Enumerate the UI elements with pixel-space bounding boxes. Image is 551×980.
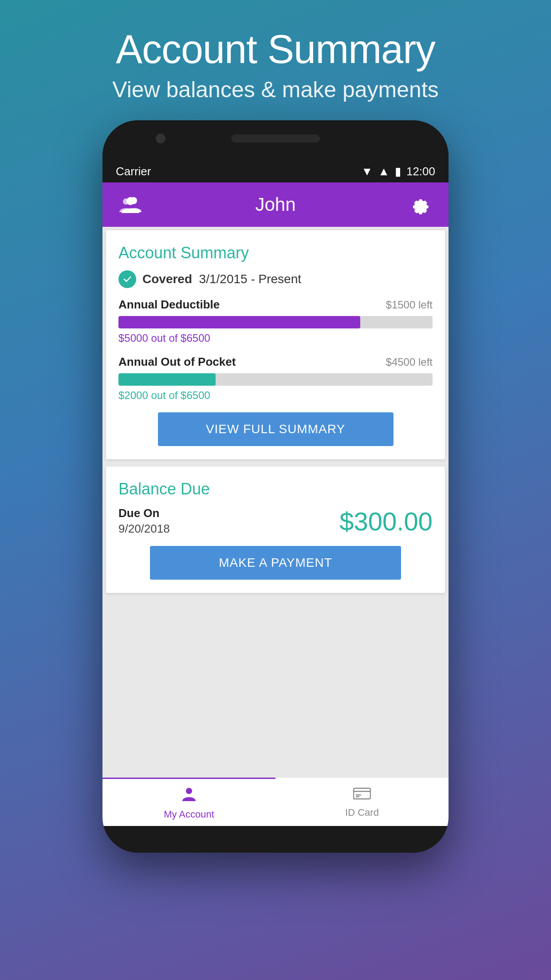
battery-icon: ▮ (395, 165, 401, 178)
deductible-label: Annual Deductible (118, 298, 220, 312)
due-on-label: Due On (118, 506, 170, 520)
deductible-section: Annual Deductible $1500 left $5000 out o… (118, 298, 433, 344)
deductible-remaining: $1500 left (386, 299, 433, 311)
balance-row: Due On 9/20/2018 $300.00 (118, 506, 433, 536)
hero-title: Account Summary (116, 27, 435, 72)
phone-frame: Carrier ▼ ▲ ▮ 12:00 John (102, 120, 449, 853)
phone-bottom (102, 826, 449, 853)
account-summary-title: Account Summary (118, 244, 433, 262)
out-of-pocket-remaining: $4500 left (386, 356, 433, 368)
due-date: 9/20/2018 (118, 522, 170, 536)
nav-label-id-card: ID Card (345, 807, 379, 818)
account-nav-icon (181, 785, 197, 806)
status-bar: Carrier ▼ ▲ ▮ 12:00 (102, 160, 449, 182)
screen-content: Account Summary Covered 3/1/2015 - Prese… (102, 227, 449, 777)
deductible-header: Annual Deductible $1500 left (118, 298, 433, 312)
deductible-progress-bar (118, 316, 433, 328)
status-carrier: Carrier (116, 165, 151, 178)
make-payment-button[interactable]: MAKE A PAYMENT (150, 546, 401, 580)
nav-item-my-account[interactable]: My Account (102, 778, 276, 826)
covered-row: Covered 3/1/2015 - Present (118, 270, 433, 288)
wifi-icon: ▼ (361, 165, 373, 178)
hero-subtitle: View balances & make payments (112, 77, 439, 103)
out-of-pocket-section: Annual Out of Pocket $4500 left $2000 ou… (118, 355, 433, 402)
status-icons: ▼ ▲ ▮ 12:00 (361, 165, 435, 178)
card-nav-icon (353, 786, 371, 804)
check-circle-icon (118, 270, 136, 288)
out-of-pocket-progress-fill (118, 373, 216, 386)
user-icon[interactable] (118, 193, 142, 217)
out-of-pocket-label: Annual Out of Pocket (118, 355, 236, 369)
header-user-name: John (255, 194, 295, 215)
phone-speaker (231, 134, 320, 142)
status-time: 12:00 (406, 165, 435, 178)
out-of-pocket-amount: $2000 out of $6500 (118, 389, 210, 401)
app-header: John (102, 182, 449, 227)
due-amount: $300.00 (339, 506, 433, 536)
bottom-nav: My Account ID Card (102, 777, 449, 826)
nav-item-id-card[interactable]: ID Card (276, 778, 449, 826)
view-full-summary-button[interactable]: VIEW FULL SUMMARY (158, 412, 394, 446)
deductible-progress-fill (118, 316, 360, 328)
svg-point-3 (186, 788, 192, 794)
deductible-amount: $5000 out of $6500 (118, 332, 210, 344)
svg-rect-4 (354, 788, 370, 799)
svg-point-2 (130, 197, 137, 204)
signal-icon: ▲ (378, 165, 390, 178)
settings-icon[interactable] (409, 193, 433, 217)
svg-point-1 (123, 198, 129, 205)
covered-text: Covered 3/1/2015 - Present (142, 272, 301, 286)
due-info: Due On 9/20/2018 (118, 506, 170, 536)
balance-due-card: Balance Due Due On 9/20/2018 $300.00 MAK… (106, 466, 445, 593)
nav-label-my-account: My Account (164, 809, 214, 820)
phone-camera (156, 134, 165, 143)
balance-due-title: Balance Due (118, 480, 433, 498)
out-of-pocket-header: Annual Out of Pocket $4500 left (118, 355, 433, 369)
out-of-pocket-progress-bar (118, 373, 433, 386)
phone-top (102, 120, 449, 160)
account-summary-card: Account Summary Covered 3/1/2015 - Prese… (106, 230, 445, 459)
